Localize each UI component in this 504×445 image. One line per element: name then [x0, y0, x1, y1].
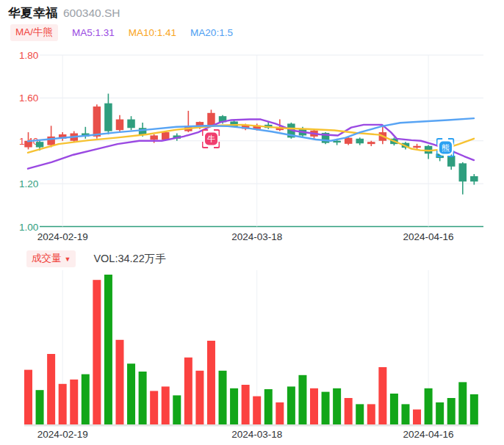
stock-code: 600340.SH: [63, 7, 120, 20]
volume-bar: [150, 391, 158, 424]
candle-body: [459, 163, 467, 181]
volume-bar: [82, 375, 90, 424]
ma-legend: MA/牛熊 MA5:1.31MA10:1.41MA20:1.5: [10, 24, 233, 41]
volume-bar: [356, 404, 364, 424]
candle-body: [333, 141, 341, 142]
candle-body: [413, 146, 421, 148]
candle-body: [47, 137, 55, 145]
volume-bar: [104, 275, 112, 424]
volume-bar: [184, 358, 192, 424]
bear-signal-icon: 熊: [439, 142, 452, 154]
volume-bar: [139, 372, 147, 424]
candle-body: [162, 132, 170, 140]
volume-bar: [162, 386, 170, 424]
volume-bar: [345, 398, 353, 424]
volume-bar: [70, 380, 78, 424]
candle-body: [36, 142, 44, 147]
ma-values: MA5:1.31MA10:1.41MA20:1.5: [72, 27, 233, 38]
volume-bar: [127, 363, 135, 424]
volume-dropdown-label: 成交量: [32, 252, 62, 265]
volume-bar: [401, 404, 409, 424]
volume-bar: [287, 386, 295, 424]
volume-bar: [322, 392, 330, 424]
volume-bar: [310, 388, 318, 424]
volume-bar: [298, 375, 306, 424]
candle-body: [207, 113, 215, 126]
volume-bar: [425, 388, 433, 424]
ma-value-label: MA20:1.5: [190, 27, 233, 38]
volume-bar: [458, 382, 467, 424]
volume-bar: [195, 371, 204, 424]
volume-bar: [390, 394, 398, 424]
candle-body: [447, 156, 456, 167]
stock-name: 华夏幸福: [8, 5, 58, 21]
volume-bar: [59, 384, 67, 424]
volume-baseline: [24, 424, 478, 427]
volume-bar: [436, 402, 444, 424]
candle-body: [127, 120, 135, 129]
volume-bar: [276, 402, 284, 424]
volume-bar: [264, 389, 273, 424]
volume-bar: [24, 370, 32, 424]
volume-bar: [93, 280, 101, 424]
candle-body: [345, 138, 353, 144]
candlestick-and-volume-canvas[interactable]: [0, 0, 504, 445]
candle-body: [367, 142, 375, 144]
candle-body: [93, 106, 101, 137]
volume-bar: [378, 367, 386, 424]
stock-chart-app: 华夏幸福 600340.SH MA/牛熊 MA5:1.31MA10:1.41MA…: [0, 0, 504, 445]
volume-bar: [447, 398, 456, 424]
bear-signal-marker[interactable]: 熊: [436, 138, 455, 157]
volume-bar: [413, 410, 421, 424]
candle-body: [356, 139, 364, 143]
volume-header: 成交量 ▼ VOL:34.22万手: [26, 250, 166, 267]
ma-value-label: MA5:1.31: [72, 27, 115, 38]
volume-bar: [207, 341, 215, 424]
volume-bar: [219, 371, 227, 424]
volume-bar: [470, 394, 478, 424]
chevron-down-icon: ▼: [65, 256, 71, 263]
volume-bar: [253, 397, 261, 424]
volume-bar: [367, 404, 375, 424]
candle-body: [104, 104, 112, 131]
candle-body: [116, 120, 124, 131]
volume-bar: [333, 388, 341, 424]
ma-bullbear-toggle[interactable]: MA/牛熊: [10, 24, 58, 41]
volume-readout: VOL:34.22万手: [93, 252, 165, 266]
candle-body: [470, 176, 478, 181]
header: 华夏幸福 600340.SH: [8, 5, 120, 21]
volume-bar: [230, 388, 238, 424]
volume-bar: [36, 390, 44, 424]
volume-bar: [173, 395, 181, 424]
volume-bar: [115, 340, 123, 424]
volume-bar: [47, 354, 55, 424]
ma-value-label: MA10:1.41: [129, 27, 176, 38]
volume-bar: [242, 385, 250, 424]
candle-body: [150, 135, 158, 140]
bull-signal-marker[interactable]: 牛: [202, 129, 220, 148]
volume-dropdown[interactable]: 成交量 ▼: [26, 250, 76, 267]
bull-signal-icon: 牛: [205, 132, 217, 145]
